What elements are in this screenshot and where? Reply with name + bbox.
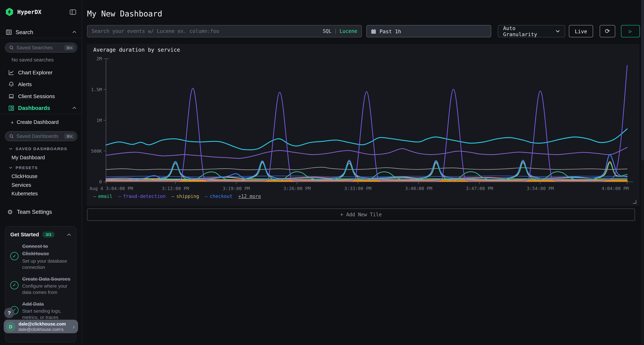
sidebar-item-team-settings[interactable]: ⚙ Team Settings [0,208,82,216]
dashboard-tile[interactable]: Average duration by service 0500K1M1.5M2… [86,44,639,206]
duration-chart[interactable]: 0500K1M1.5M2MAug 4 3:04:00 PM3:12:00 PM3… [86,44,639,206]
search-placeholder: Search your events w/ Lucene ex. column:… [92,28,323,34]
chart-tick-labels: 0500K1M1.5M2MAug 4 3:04:00 PM3:12:00 PM3… [90,56,629,191]
refresh-button[interactable]: ⟳ [600,25,615,37]
chevron-up-icon[interactable] [67,233,71,236]
cmd-k-shortcut: ⌘K [64,133,75,139]
svg-text:4:04:00 PM: 4:04:00 PM [602,186,629,191]
laptop-icon [8,93,14,99]
team-settings-label: Team Settings [17,209,52,215]
sidebar-item-search[interactable]: Search [0,28,82,36]
saved-searches-placeholder: Saved Searches [16,45,52,50]
time-range-picker[interactable]: Past 1h [366,25,491,37]
brand-name: HyperDX [17,8,41,15]
granularity-select[interactable]: Auto Granularity [498,25,565,37]
create-dashboard-label: Create Dashboard [17,119,59,125]
legend-label: shipping [176,193,199,199]
search-section-label: Search [16,29,33,35]
user-org: dale@clickhouse.com's [18,327,66,332]
series-line-fraud-detection [106,65,627,181]
create-dashboard-button[interactable]: + Create Dashboard [0,119,82,126]
legend-more-link[interactable]: +12 more [238,193,261,199]
series-line-other-5 [106,180,627,180]
nav-label: Dashboards [18,105,50,111]
sidebar-item-clickhouse[interactable]: ClickHouse [0,173,82,180]
bell-icon [8,81,14,87]
svg-text:0: 0 [99,179,102,184]
group-title: PRESETS [16,165,38,170]
legend-item-shipping[interactable]: —shipping [172,193,199,199]
nav-label: Chart Explorer [18,69,52,75]
sidebar-item-chart-explorer[interactable]: Chart Explorer [0,68,82,76]
svg-text:2M: 2M [96,56,102,61]
group-saved-dashboards[interactable]: SAVED DASHBOARDS [0,145,82,152]
series-line-other-3 [106,129,627,150]
legend-swatch: — [118,193,121,199]
group-item-label: Kubernetes [12,191,38,197]
live-button[interactable]: Live [569,25,593,37]
calendar-icon [371,28,376,34]
task-connect-clickhouse[interactable]: ✓ Connect to ClickHouse Set up your data… [10,242,71,270]
task-desc: Configure where your data comes from [22,283,71,296]
cmd-k-shortcut: ⌘K [64,45,75,50]
sidebar-item-client-sessions[interactable]: Client Sessions [0,92,82,100]
search-icon [9,134,14,139]
chart-axes [104,59,633,184]
plus-icon: + [11,119,14,125]
run-query-button[interactable]: ▷ [621,25,640,37]
task-create-data-sources[interactable]: ✓ Create Data Sources Configure where yo… [10,275,71,295]
svg-text:1M: 1M [96,118,102,123]
time-range-value: Past 1h [380,28,401,34]
collapse-sidebar-icon[interactable] [70,9,76,15]
check-circle-icon: ✓ [10,281,18,289]
svg-text:1.5M: 1.5M [91,87,102,92]
sidebar-item-services[interactable]: Services [0,182,82,188]
add-new-tile-button[interactable]: + Add New Tile [87,208,635,221]
chevron-up-icon [72,31,76,33]
task-add-data[interactable]: ✓ Add Data Start sending logs, metrics, … [10,300,71,321]
user-email: dale@clickhouse.com [18,321,66,327]
chevron-right-icon: › [73,323,74,330]
svg-text:3:12:00 PM: 3:12:00 PM [162,186,189,191]
legend-swatch: — [93,193,96,199]
task-title: Create Data Sources [22,276,70,282]
help-button[interactable]: ? [4,308,14,318]
live-label: Live [575,28,587,34]
chevron-up-icon [72,107,76,109]
lucene-toggle[interactable]: Lucene [340,28,358,34]
saved-dashboards-input[interactable]: Saved Dashboards ⌘K [5,131,77,141]
svg-text:3:40:00 PM: 3:40:00 PM [405,186,432,191]
hyperdx-logo-icon [5,7,14,16]
svg-text:3:26:00 PM: 3:26:00 PM [284,186,311,191]
tile-resize-handle[interactable] [633,200,636,203]
sidebar-item-my-dashboard[interactable]: My Dashboard [0,154,82,161]
refresh-icon: ⟳ [605,27,610,35]
event-search-input[interactable]: Search your events w/ Lucene ex. column:… [87,25,362,37]
chart-legend: —email—fraud-detection—shipping—checkout… [93,193,261,199]
sidebar-item-alerts[interactable]: Alerts [0,80,82,88]
get-started-title: Get Started [10,232,39,238]
lang-separator: | [334,28,337,34]
legend-swatch: — [172,193,174,199]
divider [0,114,82,114]
legend-label: email [98,193,112,199]
scrollbar-thumb[interactable] [641,0,644,160]
page-scrollbar[interactable] [641,0,644,345]
sidebar-item-kubernetes[interactable]: Kubernetes [0,190,82,197]
svg-text:Aug 4 3:04:00 PM: Aug 4 3:04:00 PM [90,186,133,191]
sidebar-item-dashboards[interactable]: Dashboards [0,104,82,112]
user-menu[interactable]: D dale@clickhouse.com dale@clickhouse.co… [4,320,78,333]
saved-searches-input[interactable]: Saved Searches ⌘K [5,43,77,52]
legend-item-fraud-detection[interactable]: —fraud-detection [118,193,166,199]
group-presets[interactable]: PRESETS [0,164,82,171]
divider [0,38,82,38]
app-root: HyperDX Search Saved Searches ⌘K [0,0,644,345]
legend-item-checkout[interactable]: —checkout [205,193,232,199]
avatar: D [6,322,16,332]
legend-item-email[interactable]: —email [93,193,112,199]
sql-toggle[interactable]: SQL [323,28,332,34]
svg-text:500K: 500K [91,149,102,154]
no-saved-searches-text: No saved searches [12,57,77,63]
group-item-label: My Dashboard [12,155,45,161]
chevron-down-icon [556,30,560,32]
